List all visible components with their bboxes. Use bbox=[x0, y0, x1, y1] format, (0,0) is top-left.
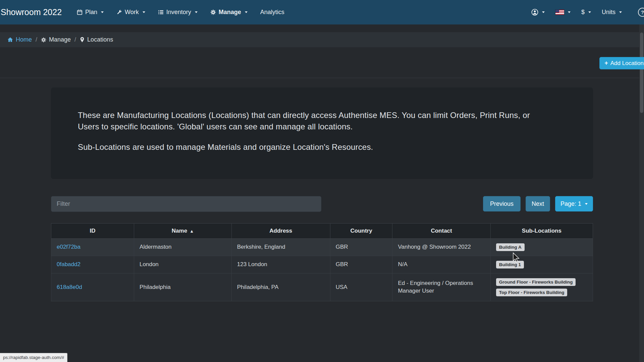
top-navbar: Showroom 2022 Plan bbox=[0, 0, 644, 24]
location-id-link[interactable]: 618a8e0d bbox=[57, 284, 82, 290]
location-name: Philadelphia bbox=[134, 273, 232, 301]
caret-down-icon bbox=[619, 11, 622, 13]
brand[interactable]: Showroom 2022 bbox=[0, 7, 62, 17]
home-icon bbox=[7, 37, 13, 43]
sub-location-badge: Building 1 bbox=[496, 261, 524, 268]
column-header-country[interactable]: Country bbox=[330, 223, 392, 238]
location-contact: Ed - Engineering / Operations Manager Us… bbox=[392, 273, 490, 301]
wrench-icon bbox=[116, 9, 122, 15]
location-address: Berkshire, England bbox=[231, 238, 330, 256]
column-header-label: Sub-Locations bbox=[522, 228, 561, 234]
breadcrumb-home[interactable]: Home bbox=[7, 36, 32, 43]
column-header-id[interactable]: ID bbox=[51, 223, 134, 238]
location-name: London bbox=[134, 256, 232, 273]
caret-down-icon bbox=[542, 11, 545, 13]
nav-item-plan[interactable]: Plan bbox=[70, 0, 110, 24]
location-address: 123 London bbox=[231, 256, 330, 273]
filter-row: Previous Next Page: 1 bbox=[51, 196, 593, 212]
breadcrumb-separator: / bbox=[36, 36, 37, 43]
sub-location-badge: Top Floor - Fireworks Building bbox=[496, 289, 568, 296]
list-icon bbox=[158, 9, 164, 15]
user-menu[interactable] bbox=[531, 0, 545, 24]
pagination-controls: Previous Next Page: 1 bbox=[483, 196, 593, 212]
sort-asc-icon: ▲ bbox=[190, 229, 194, 234]
table-row: 618a8e0d Philadelphia Philadelphia, PA U… bbox=[51, 273, 593, 301]
location-country: USA bbox=[330, 273, 392, 301]
table-row: 0fabadd2 London 123 London GBR N/A Build… bbox=[51, 256, 593, 273]
caret-down-icon bbox=[588, 11, 591, 13]
breadcrumb-label: Locations bbox=[87, 36, 113, 43]
breadcrumb-manage[interactable]: Manage bbox=[41, 36, 71, 43]
status-url: ps://rapidfab.stage-auth.com/# bbox=[3, 355, 64, 360]
currency-menu[interactable]: $ bbox=[581, 0, 591, 24]
nav-item-inventory[interactable]: Inventory bbox=[152, 0, 204, 24]
location-contact: N/A bbox=[392, 256, 490, 273]
plus-icon: + bbox=[604, 60, 608, 67]
column-header-label: Name bbox=[172, 228, 187, 234]
nav-label: Plan bbox=[85, 9, 97, 16]
help-icon[interactable]: ? bbox=[638, 8, 644, 17]
nav-label: Inventory bbox=[166, 9, 191, 16]
location-contact: Vanhong @ Showroom 2022 bbox=[392, 238, 490, 256]
column-header-contact[interactable]: Contact bbox=[392, 223, 490, 238]
location-address: Philadelphia, PA bbox=[231, 273, 330, 301]
location-id-link[interactable]: 0fabadd2 bbox=[57, 261, 80, 267]
page-header: + Add Location bbox=[0, 47, 644, 78]
nav-item-analytics[interactable]: Analytics bbox=[254, 0, 291, 24]
breadcrumb-separator: / bbox=[74, 36, 76, 43]
gear-icon bbox=[41, 37, 46, 43]
nav-label: Work bbox=[125, 9, 139, 16]
description-paragraph-2: Sub-Locations are used to manage Materia… bbox=[78, 141, 544, 153]
column-header-label: ID bbox=[90, 228, 96, 234]
location-country: GBR bbox=[330, 238, 392, 256]
navbar-right: $ Units bbox=[531, 0, 622, 24]
column-header-label: Address bbox=[269, 228, 292, 234]
nav-label: Analytics bbox=[260, 9, 284, 16]
units-menu[interactable]: Units bbox=[602, 0, 622, 24]
caret-down-icon bbox=[101, 11, 104, 13]
column-header-label: Country bbox=[350, 228, 372, 234]
location-country: GBR bbox=[330, 256, 392, 273]
breadcrumb-label: Manage bbox=[49, 36, 71, 43]
previous-page-button[interactable]: Previous bbox=[483, 196, 521, 212]
us-flag-icon bbox=[555, 10, 564, 15]
page-select-dropdown[interactable]: Page: 1 bbox=[555, 196, 593, 212]
nav-item-work[interactable]: Work bbox=[110, 0, 152, 24]
units-label: Units bbox=[602, 9, 615, 16]
caret-down-icon bbox=[568, 11, 571, 13]
location-id-link[interactable]: e02f72ba bbox=[57, 244, 80, 250]
sub-location-badge: Building A bbox=[496, 243, 525, 251]
nav-label: Manage bbox=[219, 9, 241, 16]
caret-down-icon bbox=[245, 11, 248, 13]
caret-down-icon bbox=[143, 11, 145, 13]
filter-input[interactable] bbox=[51, 196, 321, 212]
sub-location-badges: Ground Floor - Fireworks Building Top Fl… bbox=[496, 278, 587, 296]
vertical-scrollbar bbox=[639, 24, 644, 362]
map-marker-icon bbox=[80, 37, 85, 43]
breadcrumb-label: Home bbox=[16, 36, 32, 43]
breadcrumb: Home / Manage / Locations bbox=[0, 32, 644, 47]
add-location-button[interactable]: + Add Location bbox=[599, 57, 644, 69]
column-header-name[interactable]: Name▲ bbox=[134, 223, 232, 238]
next-page-button[interactable]: Next bbox=[526, 196, 550, 212]
column-header-address[interactable]: Address bbox=[231, 223, 330, 238]
main-nav: Plan Work bbox=[70, 0, 291, 24]
breadcrumb-locations[interactable]: Locations bbox=[80, 36, 113, 43]
add-location-label: Add Location bbox=[610, 60, 644, 67]
scrollbar-thumb[interactable] bbox=[640, 33, 643, 113]
page-select-label: Page: 1 bbox=[560, 200, 581, 207]
mouse-cursor bbox=[512, 252, 520, 264]
caret-down-icon bbox=[585, 203, 588, 205]
column-header-label: Contact bbox=[431, 228, 452, 234]
main-content: These are Manufacturing Locations (Locat… bbox=[51, 87, 593, 301]
nav-item-manage[interactable]: Manage bbox=[204, 0, 254, 24]
location-name: Aldermaston bbox=[134, 238, 232, 256]
language-menu[interactable] bbox=[555, 0, 571, 24]
locations-table: ID Name▲ Address Country Contact Sub-Loc… bbox=[51, 223, 593, 301]
locations-description-panel: These are Manufacturing Locations (Locat… bbox=[51, 87, 593, 179]
user-circle-icon bbox=[531, 9, 538, 16]
column-header-sub-locations[interactable]: Sub-Locations bbox=[490, 223, 593, 238]
table-row: e02f72ba Aldermaston Berkshire, England … bbox=[51, 238, 593, 256]
currency-label: $ bbox=[581, 9, 585, 16]
sub-location-badge: Ground Floor - Fireworks Building bbox=[496, 278, 576, 286]
